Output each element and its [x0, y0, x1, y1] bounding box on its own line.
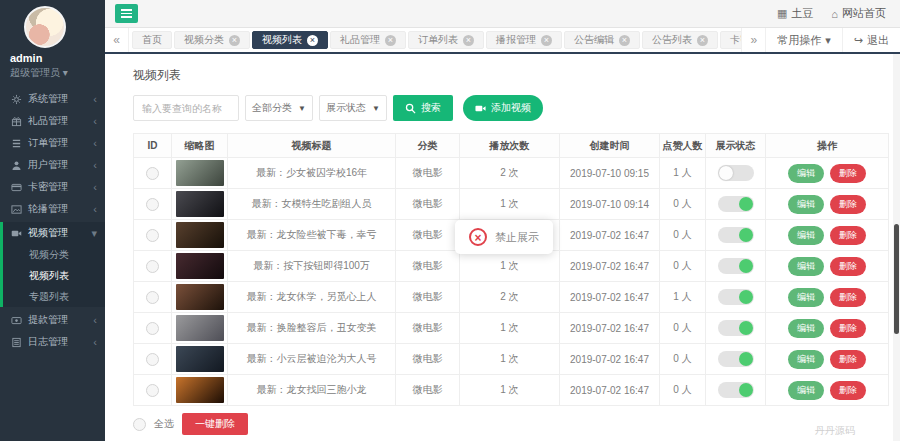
edit-button[interactable]: 编辑: [788, 381, 824, 400]
row-select-checkbox[interactable]: [146, 167, 159, 180]
tab-video-list[interactable]: 视频列表×: [252, 31, 328, 49]
row-select-checkbox[interactable]: [146, 322, 159, 335]
video-thumbnail[interactable]: [176, 222, 224, 248]
cell-title: 最新：按下按钮即得100万: [228, 251, 396, 282]
tabs-scroll-right-button[interactable]: »: [741, 28, 765, 52]
close-icon[interactable]: ×: [697, 35, 708, 46]
video-thumbnail[interactable]: [176, 346, 224, 372]
cell-category: 微电影: [396, 251, 460, 282]
video-thumbnail[interactable]: [176, 160, 224, 186]
vertical-scrollbar[interactable]: [893, 54, 900, 441]
tab-home[interactable]: 首页: [132, 31, 172, 49]
sidebar-item-topic-list[interactable]: 专题列表: [3, 286, 105, 307]
scrollbar-thumb[interactable]: [894, 224, 899, 334]
display-status-toggle[interactable]: [718, 320, 754, 336]
tab-broadcast-manage[interactable]: 播报管理×: [486, 31, 562, 49]
close-icon[interactable]: ×: [385, 35, 396, 46]
row-select-checkbox[interactable]: [146, 229, 159, 242]
tab-notice-list[interactable]: 公告列表×: [642, 31, 718, 49]
toast-text: 禁止展示: [495, 230, 539, 245]
cell-select: [134, 251, 172, 282]
display-status-toggle[interactable]: [718, 165, 754, 181]
bulk-delete-button[interactable]: 一键删除: [182, 413, 248, 435]
display-status-toggle[interactable]: [718, 196, 754, 212]
logout-button[interactable]: ↪退出: [842, 28, 900, 52]
delete-button[interactable]: 删除: [830, 381, 866, 400]
username: admin: [0, 52, 105, 64]
add-video-button[interactable]: 添加视频: [463, 95, 543, 121]
site-name-link[interactable]: ▦土豆: [777, 6, 813, 21]
sidebar-item-user[interactable]: 用户管理‹: [0, 154, 105, 176]
sidebar-item-system[interactable]: 系统管理‹: [0, 88, 105, 110]
row-select-checkbox[interactable]: [146, 353, 159, 366]
tab-gift-manage[interactable]: 礼品管理×: [330, 31, 406, 49]
row-select-checkbox[interactable]: [146, 198, 159, 211]
close-icon[interactable]: ×: [229, 35, 240, 46]
video-thumbnail[interactable]: [176, 377, 224, 403]
close-icon[interactable]: ×: [541, 35, 552, 46]
sidebar-item-video-list[interactable]: 视频列表: [3, 265, 105, 286]
display-status-toggle[interactable]: [718, 227, 754, 243]
search-button[interactable]: 搜索: [393, 95, 453, 121]
select-all-checkbox[interactable]: [133, 418, 146, 431]
role-dropdown[interactable]: 超级管理员 ▾: [0, 64, 105, 88]
sidebar-item-gift[interactable]: 礼品管理‹: [0, 110, 105, 132]
row-select-checkbox[interactable]: [146, 260, 159, 273]
edit-button[interactable]: 编辑: [788, 319, 824, 338]
tabs-scroll-left-button[interactable]: «: [105, 28, 129, 52]
delete-button[interactable]: 删除: [830, 164, 866, 183]
video-thumbnail[interactable]: [176, 284, 224, 310]
page-actions-dropdown[interactable]: 常用操作▾: [765, 28, 842, 52]
status-select[interactable]: 展示状态▼: [319, 95, 387, 121]
category-select[interactable]: 全部分类▼: [245, 95, 313, 121]
sidebar-item-log[interactable]: 日志管理‹: [0, 331, 105, 353]
video-thumbnail[interactable]: [176, 253, 224, 279]
close-icon[interactable]: ×: [463, 35, 474, 46]
edit-button[interactable]: 编辑: [788, 350, 824, 369]
sidebar-item-cardkey[interactable]: 卡密管理‹: [0, 176, 105, 198]
chevron-left-icon: ‹: [93, 88, 97, 110]
delete-button[interactable]: 删除: [830, 350, 866, 369]
edit-button[interactable]: 编辑: [788, 164, 824, 183]
sidebar-item-video[interactable]: 视频管理▾: [3, 222, 105, 244]
tab-notice-edit[interactable]: 公告编辑×: [564, 31, 640, 49]
row-select-checkbox[interactable]: [146, 291, 159, 304]
cell-created: 2019-07-02 16:47: [560, 220, 660, 251]
sidebar-item-withdraw[interactable]: 提款管理‹: [0, 309, 105, 331]
close-icon[interactable]: ×: [619, 35, 630, 46]
sidebar-item-video-category[interactable]: 视频分类: [3, 244, 105, 265]
video-thumbnail[interactable]: [176, 315, 224, 341]
hamburger-menu-button[interactable]: [115, 4, 138, 23]
edit-button[interactable]: 编辑: [788, 226, 824, 245]
search-input[interactable]: [133, 95, 239, 121]
tab-order-list[interactable]: 订单列表×: [408, 31, 484, 49]
site-home-link[interactable]: ⌂网站首页: [831, 6, 886, 21]
edit-button[interactable]: 编辑: [788, 257, 824, 276]
cell-status: [706, 375, 766, 406]
sidebar-item-order[interactable]: 订单管理‹: [0, 132, 105, 154]
avatar[interactable]: [24, 6, 66, 48]
row-select-checkbox[interactable]: [146, 384, 159, 397]
delete-button[interactable]: 删除: [830, 195, 866, 214]
search-icon: [405, 103, 416, 114]
delete-button[interactable]: 删除: [830, 288, 866, 307]
delete-button[interactable]: 删除: [830, 226, 866, 245]
display-status-toggle[interactable]: [718, 258, 754, 274]
close-icon[interactable]: ×: [307, 35, 318, 46]
tab-cardkey-list[interactable]: 卡密列表×: [720, 31, 741, 49]
cell-thumbnail: [172, 189, 228, 220]
video-thumbnail[interactable]: [176, 191, 224, 217]
sidebar-item-label: 订单管理: [28, 132, 93, 154]
display-status-toggle[interactable]: [718, 382, 754, 398]
edit-button[interactable]: 编辑: [788, 195, 824, 214]
select-all-label: 全选: [154, 417, 174, 431]
delete-button[interactable]: 删除: [830, 257, 866, 276]
sidebar-item-carousel[interactable]: 轮播管理‹: [0, 198, 105, 220]
display-status-toggle[interactable]: [718, 289, 754, 305]
delete-button[interactable]: 删除: [830, 319, 866, 338]
tab-video-category[interactable]: 视频分类×: [174, 31, 250, 49]
edit-button[interactable]: 编辑: [788, 288, 824, 307]
cell-status: [706, 251, 766, 282]
video-table: ID 缩略图 视频标题 分类 播放次数 创建时间 点赞人数 展示状态 操作 最新…: [133, 133, 889, 406]
display-status-toggle[interactable]: [718, 351, 754, 367]
